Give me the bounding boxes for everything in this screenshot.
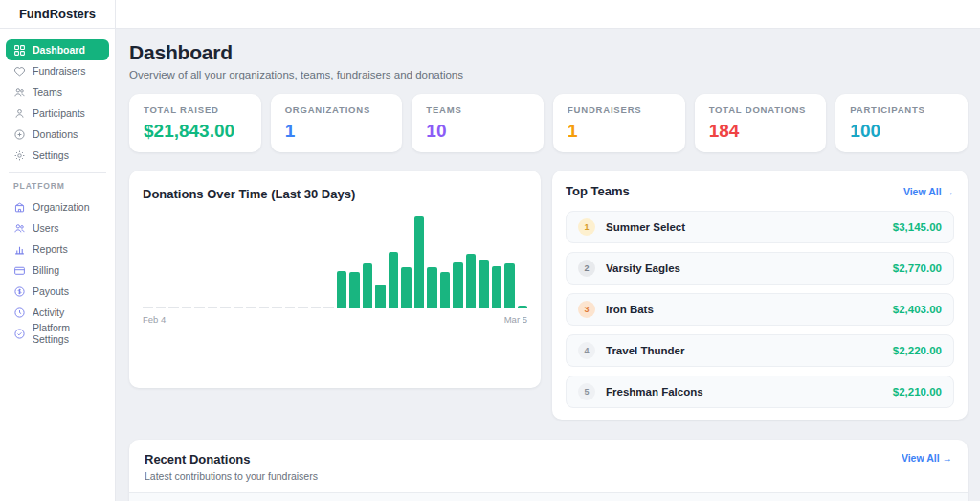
chart-bar [363, 263, 373, 308]
sidebar-item-dashboard[interactable]: Dashboard [6, 39, 109, 60]
top-teams-card: Top Teams View All → 1 Summer Select $3,… [552, 171, 968, 420]
stat-card-participants: PARTICIPANTS 100 [835, 94, 968, 152]
donations-table: DONOR DATE STATUS AMOUNT Charles Sanchez… [129, 492, 968, 501]
team-row[interactable]: 1 Summer Select $3,145.00 [566, 211, 954, 243]
team-amount: $2,770.00 [893, 262, 942, 274]
chart-bar [323, 307, 334, 308]
team-amount: $3,145.00 [893, 221, 942, 233]
recent-donations-view-all-link[interactable]: View All → [902, 452, 952, 464]
top-bar: FundRosters [0, 0, 980, 29]
sidebar-item-fundraisers[interactable]: Fundraisers [6, 60, 109, 81]
chart-bar [414, 216, 425, 308]
credit-card-icon [13, 264, 26, 277]
team-name: Freshman Falcons [606, 386, 893, 398]
sidebar-item-billing[interactable]: Billing [6, 260, 109, 281]
chart-bar [298, 307, 308, 308]
donations-bar-chart [143, 216, 527, 308]
donations-table-header-row: DONOR DATE STATUS AMOUNT [129, 493, 968, 501]
chart-bar [259, 307, 270, 308]
stat-label: ORGANIZATIONS [285, 104, 389, 115]
top-teams-view-all-link[interactable]: View All → [903, 186, 954, 197]
sidebar-item-payouts[interactable]: Payouts [6, 281, 109, 302]
column-header-donor: DONOR [129, 493, 406, 501]
rank-badge: 5 [578, 383, 595, 400]
chart-bar [156, 307, 167, 308]
stat-card-teams: TEAMS 10 [412, 94, 544, 152]
sidebar-item-label: Reports [33, 243, 68, 255]
sidebar-item-label: Participants [33, 107, 85, 119]
team-row[interactable]: 5 Freshman Falcons $2,210.00 [566, 376, 954, 408]
team-amount: $2,220.00 [893, 345, 942, 356]
sidebar-item-label: Settings [33, 149, 69, 161]
circle-check-icon [13, 328, 26, 340]
chart-bar [220, 307, 231, 308]
sidebar: Dashboard Fundraisers Teams Participants… [0, 29, 116, 501]
circle-plus-icon [13, 128, 26, 141]
stat-value: 100 [850, 121, 953, 142]
app-logo: FundRosters [19, 7, 96, 21]
person-icon [13, 107, 26, 120]
team-row[interactable]: 3 Iron Bats $2,403.00 [566, 293, 954, 326]
stat-value: 1 [285, 121, 389, 142]
chart-bar [337, 271, 347, 308]
chart-bar [479, 260, 489, 308]
column-header-date: DATE [406, 493, 607, 501]
sidebar-item-organization[interactable]: Organization [6, 196, 109, 217]
sidebar-item-settings[interactable]: Settings [6, 145, 109, 166]
sidebar-item-label: Fundraisers [33, 65, 85, 77]
stat-value: 1 [568, 121, 671, 142]
stat-value: 10 [426, 121, 529, 142]
chart-bar [234, 307, 244, 308]
sidebar-item-label: Users [33, 222, 58, 234]
sidebar-item-participants[interactable]: Participants [6, 102, 109, 124]
rank-badge: 1 [578, 218, 595, 236]
chart-bar [208, 307, 218, 308]
rank-badge: 2 [578, 260, 595, 277]
team-row[interactable]: 4 Travel Thunder $2,220.00 [566, 334, 954, 367]
stat-card-organizations: ORGANIZATIONS 1 [271, 94, 403, 152]
logo-area: FundRosters [0, 0, 116, 28]
page-subtitle: Overview of all your organizations, team… [129, 69, 968, 80]
stat-value: $21,843.00 [144, 121, 247, 142]
recent-donations-card: Recent Donations Latest contributions to… [129, 440, 968, 501]
recent-donations-subtitle: Latest contributions to your fundraisers [145, 470, 318, 482]
chart-bar [143, 307, 153, 308]
chart-bar [518, 306, 528, 308]
team-name: Travel Thunder [606, 345, 893, 356]
sidebar-divider [9, 172, 106, 173]
sidebar-item-label: Organization [33, 201, 90, 213]
building-icon [13, 201, 26, 214]
dollar-circle-icon [13, 285, 26, 298]
chart-bar [285, 307, 296, 308]
stat-card-total-donations: TOTAL DONATIONS 184 [695, 94, 827, 152]
stat-label: TOTAL DONATIONS [709, 104, 813, 115]
chart-bar [401, 267, 412, 308]
chart-bar [427, 267, 437, 308]
chart-bar [389, 252, 399, 308]
sidebar-item-label: Payouts [33, 285, 69, 297]
stat-label: PARTICIPANTS [850, 104, 953, 115]
sidebar-item-teams[interactable]: Teams [6, 81, 109, 102]
rank-badge: 4 [578, 342, 595, 359]
chart-bar [440, 272, 451, 308]
bar-chart-icon [13, 243, 26, 256]
team-row[interactable]: 2 Varsity Eagles $2,770.00 [566, 252, 954, 285]
heart-icon [13, 65, 26, 78]
sidebar-item-label: Billing [33, 264, 59, 276]
team-amount: $2,403.00 [893, 304, 942, 315]
stat-card-total-raised: TOTAL RAISED $21,843.00 [129, 94, 261, 152]
sidebar-item-label: Platform Settings [33, 322, 101, 345]
sidebar-item-activity[interactable]: Activity [6, 302, 109, 323]
sidebar-item-users[interactable]: Users [6, 217, 109, 239]
clock-icon [13, 307, 26, 319]
chart-bar [182, 307, 192, 308]
rank-badge: 3 [578, 301, 595, 318]
sidebar-item-donations[interactable]: Donations [6, 124, 109, 145]
column-header-amount: AMOUNT [867, 493, 968, 501]
sidebar-item-platform-settings[interactable]: Platform Settings [6, 323, 109, 344]
chart-bar [246, 307, 256, 308]
sidebar-item-label: Dashboard [33, 44, 85, 56]
sidebar-item-reports[interactable]: Reports [6, 239, 109, 260]
sidebar-item-label: Activity [33, 307, 64, 318]
chart-bar [168, 307, 179, 308]
